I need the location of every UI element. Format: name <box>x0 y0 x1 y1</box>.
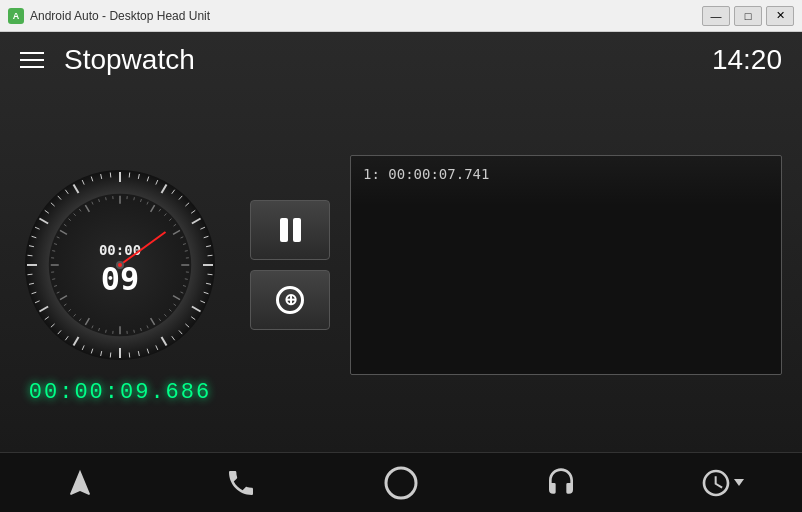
pause-bar-left <box>280 218 288 242</box>
headphone-icon <box>545 467 577 499</box>
controls-section: ⊕ <box>250 200 330 330</box>
clock-icon <box>700 467 732 499</box>
svg-point-0 <box>386 468 416 498</box>
navigation-icon <box>64 467 96 499</box>
minimize-button[interactable]: — <box>702 6 730 26</box>
nav-phone[interactable] <box>191 453 291 513</box>
chevron-down-icon <box>734 479 744 486</box>
pause-button[interactable] <box>250 200 330 260</box>
home-icon <box>383 465 419 501</box>
hamburger-menu[interactable] <box>20 52 44 68</box>
nav-home[interactable] <box>351 453 451 513</box>
lap-list: 1: 00:00:07.741 <box>350 155 782 375</box>
pause-bar-right <box>293 218 301 242</box>
lap-button[interactable]: ⊕ <box>250 270 330 330</box>
phone-icon <box>225 467 257 499</box>
titlebar-title: Android Auto - Desktop Head Unit <box>30 9 210 23</box>
clock-section: 00:00:09.686 <box>20 165 220 365</box>
lap-item: 1: 00:00:07.741 <box>359 164 773 184</box>
titlebar: A Android Auto - Desktop Head Unit — □ ✕ <box>0 0 802 32</box>
titlebar-left: A Android Auto - Desktop Head Unit <box>8 8 210 24</box>
maximize-button[interactable]: □ <box>734 6 762 26</box>
close-button[interactable]: ✕ <box>766 6 794 26</box>
status-clock: 14:20 <box>712 44 782 76</box>
app-title: Stopwatch <box>64 44 195 76</box>
lap-plus-icon: ⊕ <box>284 292 297 308</box>
app-icon: A <box>8 8 24 24</box>
nav-navigation[interactable] <box>30 453 130 513</box>
titlebar-controls: — □ ✕ <box>702 6 794 26</box>
pause-icon <box>280 218 301 242</box>
lap-icon: ⊕ <box>276 286 304 314</box>
header-left: Stopwatch <box>20 44 195 76</box>
hamburger-line-3 <box>20 66 44 68</box>
bottom-nav <box>0 452 802 512</box>
header: Stopwatch 14:20 <box>0 32 802 88</box>
analog-clock <box>20 165 220 365</box>
stopwatch-content: 00:00:09.686 ⊕ 1: 00:00:07.741 <box>0 88 802 452</box>
nav-audio[interactable] <box>511 453 611 513</box>
hamburger-line-2 <box>20 59 44 61</box>
hamburger-line-1 <box>20 52 44 54</box>
main-content: Stopwatch 14:20 00:00:09.686 ⊕ <box>0 32 802 452</box>
nav-clock[interactable] <box>672 453 772 513</box>
digital-time-display: 00:00:09.686 <box>29 380 211 405</box>
